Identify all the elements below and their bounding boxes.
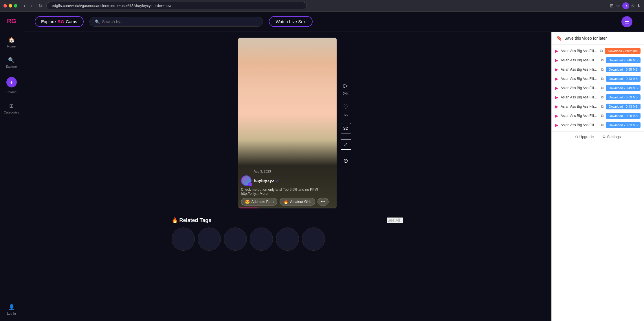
- play-icon: ▶: [555, 58, 558, 63]
- play-icon: ▶: [555, 67, 558, 72]
- download-button[interactable]: Download - 0.29 MB: [606, 113, 641, 119]
- panel-header: 🔖 Save this video for later: [552, 35, 644, 45]
- tag-amateur-girls[interactable]: 🔥 Amateur Girls: [280, 198, 315, 206]
- video-section: + Aug 3, 2023 hayleyxyz ✓ Check me out o…: [23, 32, 551, 321]
- play-icon: ▶: [555, 76, 558, 81]
- browser-nav: ‹ › ↻: [22, 2, 44, 9]
- share-button[interactable]: ⎋: [632, 3, 634, 8]
- search-icon: 🔍: [95, 19, 100, 24]
- home-icon: 🏠: [8, 36, 15, 43]
- sidebar-item-categories[interactable]: ⊞ Categories: [4, 102, 19, 114]
- play-icon: ▶: [555, 104, 558, 109]
- download-title: Asian Ass Big Ass Filipina Nat...: [561, 49, 598, 53]
- login-icon: 👤: [8, 304, 15, 311]
- video-progress-fill: [238, 208, 258, 208]
- author-name[interactable]: hayleyxyz: [254, 178, 274, 183]
- address-bar[interactable]: redgifs.com/watch/gaseousancientox#rel=u…: [46, 2, 307, 9]
- download-item: ▶ Asian Ass Big Ass Filipina Nat... ⧉ Do…: [552, 65, 644, 74]
- upgrade-icon: ⊙: [575, 135, 578, 139]
- tag-adorable-porn[interactable]: 😍 Adorable Porn: [241, 198, 278, 206]
- browser-actions: ⊞ ☆ R ⎋ ⬇: [610, 2, 641, 9]
- explore-cams-button[interactable]: Explore RG Cams: [35, 16, 84, 27]
- search-input[interactable]: [102, 19, 258, 24]
- explore-icon: 🔍: [8, 57, 15, 64]
- sidebar-item-label: Home: [7, 45, 16, 48]
- download-item: ▶ Asian Ass Big Ass Filipina Nat... ⧉ Do…: [552, 102, 644, 111]
- like-button[interactable]: ♡ 65: [341, 102, 351, 117]
- download-title: Asian Ass Big Ass Filipina Nat...: [561, 104, 599, 109]
- bookmark-icon: 🔖: [556, 35, 562, 41]
- copy-icon[interactable]: ⧉: [601, 104, 603, 109]
- refresh-button[interactable]: ↻: [37, 2, 44, 9]
- play-icon: ▷: [341, 80, 351, 91]
- sidebar-item-label: Explore: [6, 65, 17, 68]
- video-side-controls: ▷ 24k ♡ 65 SD ⤢: [341, 80, 351, 166]
- video-player[interactable]: + Aug 3, 2023 hayleyxyz ✓ Check me out o…: [238, 38, 337, 208]
- forward-button[interactable]: ›: [29, 2, 34, 9]
- download-manager-button[interactable]: ⬇: [637, 3, 641, 8]
- content-area: + Aug 3, 2023 hayleyxyz ✓ Check me out o…: [23, 32, 644, 321]
- author-info: Aug 3, 2023 hayleyxyz ✓: [254, 178, 279, 183]
- categories-icon: ⊞: [8, 102, 15, 109]
- copy-icon[interactable]: ⧉: [601, 58, 603, 63]
- download-button[interactable]: Download - 0.49 MB: [606, 85, 641, 91]
- copy-icon[interactable]: ⧉: [601, 67, 603, 72]
- download-button[interactable]: Download - 0.59 MB: [606, 94, 641, 100]
- video-info-overlay: + Aug 3, 2023 hayleyxyz ✓ Check me out o…: [241, 175, 334, 206]
- watch-live-button[interactable]: Watch Live Sex: [269, 16, 313, 27]
- close-dot[interactable]: [3, 4, 7, 8]
- more-options-button[interactable]: ⊙: [341, 155, 351, 166]
- extensions-button[interactable]: ⊞: [610, 3, 614, 8]
- download-panel: 🔖 Save this video for later ▶ Asian Ass …: [551, 32, 644, 321]
- related-tag-pill[interactable]: [250, 228, 273, 251]
- related-tag-pill[interactable]: [276, 228, 299, 251]
- copy-icon[interactable]: ⧉: [601, 113, 603, 118]
- download-button[interactable]: Download - 0.46 MB: [606, 57, 641, 63]
- video-wrapper: + Aug 3, 2023 hayleyxyz ✓ Check me out o…: [238, 38, 337, 208]
- view-count-control: ▷ 24k: [341, 80, 351, 96]
- fullscreen-button[interactable]: ⤢: [341, 139, 351, 150]
- upgrade-button[interactable]: ⊙ Upgrade: [575, 135, 594, 139]
- sidebar-item-upload[interactable]: +: [6, 77, 17, 87]
- download-list: ▶ Asian Ass Big Ass Filipina Nat... ⧉ Do…: [552, 45, 644, 131]
- sidebar-item-login[interactable]: 👤 Log In: [7, 304, 16, 315]
- see-all-button[interactable]: See All ›: [387, 217, 403, 223]
- copy-icon[interactable]: ⧉: [601, 76, 603, 81]
- download-button-premium[interactable]: Download - Premium: [605, 48, 641, 54]
- copy-icon[interactable]: ⧉: [601, 95, 603, 100]
- related-tag-pill[interactable]: [198, 228, 221, 251]
- download-item: ▶ Asian Ass Big Ass Filipina Nat... ⧉ Do…: [552, 46, 644, 56]
- settings-button[interactable]: ⚙ Settings: [602, 135, 621, 139]
- copy-icon[interactable]: ⧉: [601, 86, 603, 90]
- quality-button[interactable]: SD: [341, 123, 351, 133]
- copy-icon[interactable]: ⧉: [600, 49, 603, 53]
- copy-icon[interactable]: ⧉: [601, 123, 603, 127]
- bookmark-button[interactable]: ☆: [616, 3, 620, 8]
- play-icon: ▶: [555, 49, 558, 53]
- app-logo[interactable]: RG: [7, 17, 16, 25]
- sidebar-item-home[interactable]: 🏠 Home: [7, 36, 16, 48]
- sidebar-item-explore[interactable]: 🔍 Explore: [6, 57, 17, 68]
- back-button[interactable]: ‹: [22, 2, 27, 9]
- sd-quality-icon: SD: [341, 123, 351, 133]
- see-all-label: See All: [387, 218, 400, 223]
- minimize-dot[interactable]: [9, 4, 12, 8]
- related-tag-pill[interactable]: [224, 228, 247, 251]
- download-title: Asian Ass Big Ass Filipina Nat...: [561, 58, 599, 62]
- video-container[interactable]: + Aug 3, 2023 hayleyxyz ✓ Check me out o…: [238, 38, 337, 208]
- tag-label: Amateur Girls: [290, 200, 311, 204]
- download-button[interactable]: Download - 0.43 MB: [606, 104, 641, 109]
- maximize-dot[interactable]: [14, 4, 17, 8]
- download-button[interactable]: Download - 0.33 MB: [606, 122, 641, 128]
- download-button[interactable]: Download - 0.65 MB: [606, 67, 641, 72]
- heart-icon: ♡: [341, 102, 351, 112]
- related-tag-pill[interactable]: [172, 228, 195, 251]
- video-progress-bar[interactable]: [238, 208, 337, 208]
- more-tags-button[interactable]: •••: [318, 198, 329, 206]
- video-author: + Aug 3, 2023 hayleyxyz ✓: [241, 175, 334, 186]
- play-icon: ▶: [555, 86, 558, 90]
- browser-user-avatar[interactable]: R: [622, 2, 629, 9]
- user-avatar-button[interactable]: ☰: [621, 16, 632, 27]
- related-tag-pill[interactable]: [302, 228, 325, 251]
- download-button[interactable]: Download - 0.43 MB: [606, 76, 641, 82]
